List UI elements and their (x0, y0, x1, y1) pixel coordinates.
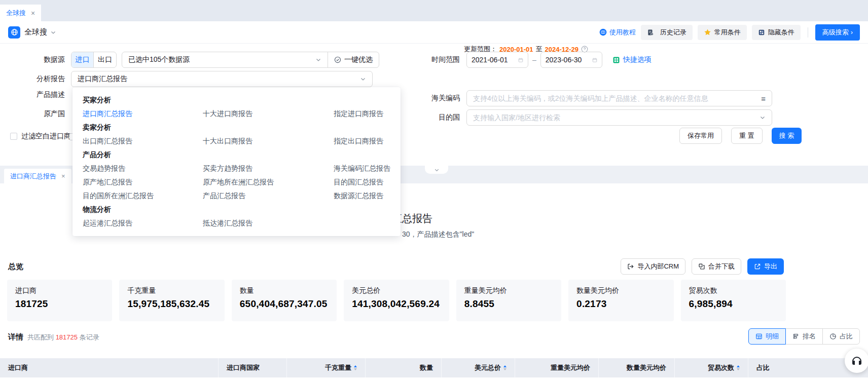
stat-card: 美元总价 141,308,042,569.24 (344, 280, 449, 321)
sort-icon[interactable] (737, 365, 740, 370)
data-source-label: 数据源 (0, 55, 71, 64)
toggle-export[interactable]: 出口 (94, 52, 116, 67)
browser-tab-active[interactable]: 全球搜 × (0, 5, 41, 21)
stat-card: 进口商 181725 (7, 280, 112, 321)
destination-input[interactable] (466, 109, 772, 126)
calendar-icon (518, 57, 523, 63)
menu-group-title: 产品分析 (73, 148, 401, 162)
column-header[interactable]: 重量美元均价 (515, 358, 598, 377)
customer-service-fab[interactable] (845, 349, 868, 373)
column-header[interactable]: 数量 (365, 358, 441, 377)
menu-item[interactable]: 十大进口商报告 (203, 107, 334, 121)
menu-item[interactable]: 买卖方趋势报告 (203, 162, 334, 175)
overview-heading: 总览 (8, 262, 23, 272)
hide-filters-icon (758, 29, 765, 36)
filter-blank-checkbox[interactable] (10, 133, 17, 140)
save-favorite-button[interactable]: 保存常用 (679, 128, 722, 144)
favorites-button[interactable]: 常用条件 (698, 25, 747, 40)
menu-item[interactable]: 抵达港汇总报告 (203, 216, 334, 230)
pie-icon (829, 333, 837, 340)
view-share-button[interactable]: 占比 (822, 328, 860, 345)
menu-item[interactable]: 起运港汇总报告 (83, 216, 203, 230)
stat-value: 6,985,894 (689, 298, 778, 310)
table-header: 进口商 进口商国家 千克重量 数量 美元总价 重量美元均价 数量美元均价 贸易次… (0, 358, 868, 377)
chevron-down-icon (315, 57, 321, 63)
data-source-combo: 已选中105个数据源 一键优选 (122, 52, 379, 68)
column-header[interactable]: 美元总价 (441, 358, 515, 377)
export-button[interactable]: 导出 (747, 258, 784, 275)
menu-item[interactable]: 十大出口商报告 (203, 134, 334, 148)
stat-value: 141,308,042,569.24 (352, 298, 441, 310)
collapse-panel-control[interactable] (425, 166, 448, 174)
filter-blank-option[interactable]: 过滤空白进口商 (10, 132, 71, 141)
tutorial-link[interactable]: 使用教程 (599, 28, 636, 37)
star-icon (704, 28, 711, 36)
menu-item[interactable]: 目的国汇总报告 (334, 175, 390, 189)
hs-code-input[interactable]: ≡ (466, 90, 772, 106)
result-tab-label: 进口商汇总报告 (10, 172, 56, 181)
chevron-down-icon (434, 167, 440, 173)
menu-item[interactable]: 原产地所在洲汇总报告 (203, 175, 334, 189)
stat-card: 贸易次数 6,985,894 (681, 280, 786, 321)
data-source-select[interactable]: 已选中105个数据源 (122, 55, 328, 64)
menu-item[interactable]: 产品汇总报告 (203, 189, 334, 203)
menu-item[interactable]: 指定出口商报告 (334, 134, 390, 148)
stat-label: 贸易次数 (689, 286, 778, 295)
column-header[interactable]: 贸易次数 (674, 358, 748, 377)
menu-group-title: 买家分析 (73, 93, 401, 107)
quick-options-link[interactable]: 快捷选项 (612, 55, 652, 64)
filter-blank-label: 过滤空白进口商 (21, 132, 71, 141)
menu-group-items: 起运港汇总报告 抵达港汇总报告 (73, 216, 401, 230)
column-header[interactable]: 进口商 (0, 358, 218, 377)
stat-card: 千克重量 15,975,185,632.45 (119, 280, 224, 321)
overview-row: 总览 导入内部CRM 合并下载 导出 (8, 258, 784, 275)
toggle-import[interactable]: 进口 (71, 52, 94, 67)
tutorial-icon (599, 28, 607, 36)
overview-cards: 进口商 181725 千克重量 15,975,185,632.45 数量 650… (7, 280, 786, 321)
view-rank-button[interactable]: 排名 (785, 328, 823, 345)
report-subtitle: 30，产品描述包含"led" (402, 230, 474, 239)
date-end-input[interactable] (540, 52, 602, 68)
reset-button[interactable]: 重 置 (731, 128, 763, 144)
view-detail-button[interactable]: 明细 (748, 328, 786, 345)
search-button[interactable]: 搜 索 (772, 128, 802, 144)
menu-item[interactable]: 指定进口商报告 (334, 107, 390, 121)
hide-filters-button[interactable]: 隐藏条件 (752, 25, 801, 40)
advanced-search-button[interactable]: 高级搜索 › (815, 24, 860, 41)
column-header[interactable]: 千克重量 (286, 358, 365, 377)
merge-download-button[interactable]: 合并下载 (692, 258, 741, 275)
result-tab-active[interactable]: 进口商汇总报告 × (4, 169, 71, 183)
menu-group-title: 卖家分析 (73, 121, 401, 134)
destination-row: 目的国 (427, 109, 772, 126)
sort-icon[interactable] (503, 365, 507, 370)
menu-item[interactable]: 交易趋势报告 (83, 162, 203, 175)
history-icon (647, 29, 654, 36)
menu-group-items: 交易趋势报告 买卖方趋势报告 海关编码汇总报告 原产地汇总报告 原产地所在洲汇总… (73, 162, 401, 203)
menu-item[interactable]: 海关编码汇总报告 (334, 162, 390, 175)
stat-label: 美元总价 (352, 286, 441, 295)
one-click-optimize-button[interactable]: 一键优选 (328, 55, 379, 64)
app-header: 全球搜 使用教程 历史记录 常用条件 隐藏条件 高级搜索 (0, 21, 868, 44)
menu-group-title: 物流分析 (73, 203, 401, 216)
column-header[interactable]: 数量美元均价 (598, 358, 674, 377)
menu-item[interactable]: 原产地汇总报告 (83, 175, 203, 189)
browser-tab-bar: 全球搜 × (0, 0, 868, 21)
menu-item[interactable]: 数据源汇总报告 (334, 189, 390, 203)
tab-close-icon[interactable]: × (31, 9, 35, 17)
sort-icon[interactable] (354, 365, 357, 370)
report-select[interactable]: 进口商汇总报告 (71, 71, 373, 87)
stat-value: 181725 (15, 298, 104, 310)
date-start-input[interactable] (466, 52, 528, 68)
column-header[interactable]: 进口商国家 (218, 358, 286, 377)
import-crm-button[interactable]: 导入内部CRM (621, 258, 685, 275)
menu-item[interactable]: 目的国所在洲汇总报告 (83, 189, 203, 203)
report-dropdown-menu: 买家分析 进口商汇总报告 十大进口商报告 指定进口商报告 卖家分析 出口商汇总报… (73, 87, 401, 236)
list-icon[interactable]: ≡ (761, 94, 766, 103)
table-icon (755, 333, 763, 340)
menu-item-active[interactable]: 进口商汇总报告 (83, 107, 203, 121)
tab-close-icon[interactable]: × (61, 172, 65, 180)
history-button[interactable]: 历史记录 (641, 25, 693, 40)
stat-value: 650,404,687,347.05 (240, 298, 329, 310)
menu-item[interactable]: 出口商汇总报告 (83, 134, 203, 148)
app-switch-chevron-icon[interactable] (50, 29, 56, 35)
